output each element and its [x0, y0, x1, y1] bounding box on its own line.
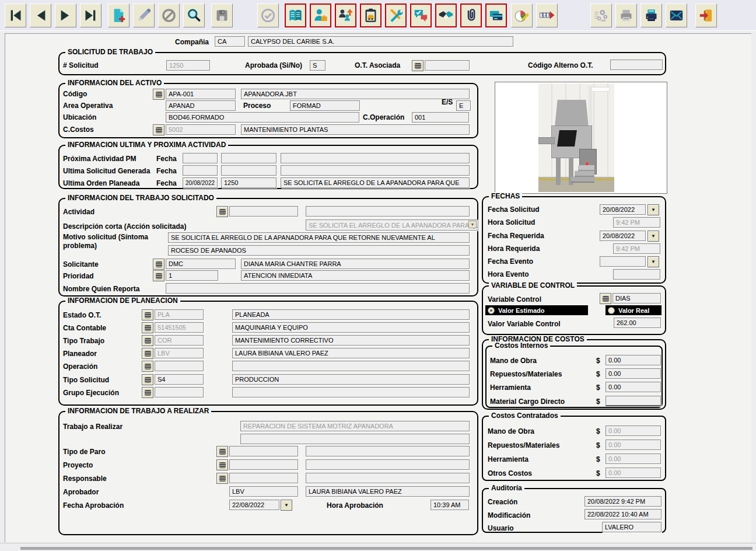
- herramienta-int-field[interactable]: 0.00: [606, 382, 661, 392]
- estado-ot-desc-field[interactable]: PLANEADA: [232, 309, 470, 320]
- estado-ot-lov-button[interactable]: [142, 309, 153, 320]
- hora-requerida-field[interactable]: 9:42 PM: [613, 243, 660, 254]
- aprobador-field[interactable]: LBV: [229, 486, 298, 497]
- area-operativa-field[interactable]: APANAD: [166, 100, 236, 111]
- tipo-trabajo-desc-field[interactable]: MANTENIMIENTO CORRECTIVO: [232, 335, 470, 346]
- cta-contable-lov-button[interactable]: [142, 322, 153, 333]
- tipo-paro-desc-field[interactable]: [306, 446, 470, 456]
- planeador-lov-button[interactable]: [142, 348, 153, 359]
- responsable-lov-button[interactable]: [216, 473, 228, 484]
- cta-contable-field[interactable]: 51451505: [155, 322, 204, 333]
- tipo-solicitud-lov-button[interactable]: [142, 374, 153, 385]
- proxima-fecha-field[interactable]: [183, 153, 218, 163]
- planeador-field[interactable]: LBV: [155, 348, 204, 358]
- c-costos-lov-button[interactable]: [153, 124, 164, 135]
- agreement-button[interactable]: [435, 4, 457, 27]
- tipo-solicitud-field[interactable]: S4: [155, 374, 204, 385]
- proceso-field[interactable]: FORMAD: [290, 100, 360, 111]
- tipo-paro-field[interactable]: [229, 446, 298, 456]
- employee-button[interactable]: [310, 4, 331, 27]
- tipo-solicitud-desc-field[interactable]: PRODUCCION: [232, 374, 470, 385]
- operacion-lov-button[interactable]: [142, 361, 153, 372]
- print-preview-button[interactable]: [615, 4, 637, 27]
- company-code-field[interactable]: CA: [215, 36, 245, 47]
- ot-asociada-lov-button[interactable]: [412, 60, 424, 71]
- repuestos-int-field[interactable]: 0.00: [606, 368, 661, 379]
- fecha-aprobacion-field[interactable]: 22/08/2022: [229, 500, 279, 510]
- tools-button[interactable]: [385, 4, 407, 27]
- prioridad-desc-field[interactable]: ATENCION INMEDIATA: [241, 270, 470, 281]
- aprobada-field[interactable]: S: [310, 60, 326, 71]
- ultima-orden-fecha-field[interactable]: 20/08/2022: [183, 177, 218, 188]
- ultima-orden-desc-field[interactable]: SE SOLICITA EL ARREGLO DE LA APANADORA P…: [281, 177, 470, 188]
- motivo-field-line2[interactable]: ROCESO DE APANADOS: [168, 245, 470, 256]
- grupo-ejecucion-field[interactable]: [155, 387, 204, 397]
- mano-obra-cont-field[interactable]: 0.00: [606, 426, 661, 436]
- ultima-solicitud-fecha-field[interactable]: [183, 165, 218, 176]
- proyecto-lov-button[interactable]: [216, 459, 228, 470]
- next-record-button[interactable]: [55, 4, 76, 27]
- last-record-button[interactable]: [80, 4, 102, 27]
- fecha-solicitud-dropdown[interactable]: ▼: [648, 204, 659, 215]
- proyecto-desc-field[interactable]: [306, 459, 470, 470]
- cancel-button[interactable]: [158, 4, 180, 27]
- horizontal-scrollbar[interactable]: [0, 543, 756, 551]
- codigo-field[interactable]: APA-001: [166, 89, 236, 99]
- ultima-orden-num-field[interactable]: 1250: [221, 177, 276, 188]
- payments-button[interactable]: [485, 4, 507, 27]
- trabajo-realizar-field-line2[interactable]: [240, 434, 470, 444]
- variable-control-field[interactable]: DIAS: [612, 293, 661, 304]
- fecha-solicitud-field[interactable]: 20/08/2022: [600, 204, 646, 215]
- solicitante-desc-field[interactable]: DIANA MARIA CHANTRE PARRA: [241, 259, 470, 269]
- solicitante-field[interactable]: DMC: [166, 259, 236, 269]
- fecha-evento-field[interactable]: [600, 256, 646, 267]
- variable-control-lov-button[interactable]: [600, 293, 611, 304]
- vehicle-order-button[interactable]: [360, 4, 382, 27]
- costs-button[interactable]: [511, 4, 533, 27]
- es-field[interactable]: E: [456, 100, 471, 111]
- responsable-desc-field[interactable]: [306, 473, 470, 483]
- actividad-lov-button[interactable]: [216, 206, 228, 217]
- descripcion-corta-combo[interactable]: SE SOLICITA EL ARREGLO DE LA APANADORA P…: [306, 219, 478, 231]
- operacion-field[interactable]: [155, 361, 204, 371]
- fecha-requerida-field[interactable]: 20/08/2022: [600, 231, 646, 241]
- codigo-alterno-field[interactable]: [610, 60, 663, 70]
- hora-evento-field[interactable]: [613, 269, 660, 280]
- edit-button[interactable]: [133, 4, 155, 27]
- print-button[interactable]: [640, 4, 662, 27]
- tipo-trabajo-field[interactable]: COR: [155, 335, 204, 346]
- messages-button[interactable]: [410, 4, 432, 27]
- search-button[interactable]: [183, 4, 205, 27]
- prioridad-field[interactable]: 1: [166, 270, 218, 281]
- hora-solicitud-field[interactable]: 9:42 PM: [613, 217, 660, 228]
- catalog-button[interactable]: [285, 4, 306, 27]
- first-record-button[interactable]: [5, 4, 26, 27]
- prioridad-lov-button[interactable]: [153, 270, 164, 281]
- mano-obra-int-field[interactable]: 0.00: [606, 355, 661, 365]
- attachments-button[interactable]: [460, 4, 482, 27]
- responsable-field[interactable]: [229, 473, 298, 483]
- valor-variable-field[interactable]: 262.00: [614, 318, 661, 328]
- ubicacion-field[interactable]: BOD46.FORMADO: [166, 112, 359, 123]
- c-costos-field[interactable]: 5002: [166, 124, 236, 135]
- hora-aprobacion-field[interactable]: 10:39 AM: [430, 500, 469, 510]
- grupo-ejecucion-desc-field[interactable]: [232, 387, 470, 397]
- cta-contable-desc-field[interactable]: MAQUINARIA Y EQUIPO: [232, 322, 470, 333]
- estado-ot-field[interactable]: PLA: [155, 309, 204, 320]
- exit-button[interactable]: [695, 4, 717, 27]
- proxima-desc-field[interactable]: [281, 153, 470, 163]
- company-name-field[interactable]: CALYPSO DEL CARIBE S.A.: [248, 36, 513, 47]
- actividad-desc-field[interactable]: [306, 206, 470, 217]
- operacion-desc-field[interactable]: [232, 361, 470, 371]
- previous-record-button[interactable]: [30, 4, 51, 27]
- material-cargo-field[interactable]: [606, 396, 661, 406]
- mail-button[interactable]: [666, 4, 687, 27]
- herramienta-cont-field[interactable]: 0.00: [606, 454, 661, 464]
- valor-real-radio[interactable]: Valor Real: [606, 305, 662, 315]
- fecha-requerida-dropdown[interactable]: ▼: [648, 231, 659, 242]
- process-settings-button[interactable]: [590, 4, 612, 27]
- proyecto-field[interactable]: [229, 459, 298, 470]
- codigo-lov-button[interactable]: [153, 89, 164, 100]
- grupo-ejecucion-lov-button[interactable]: [142, 387, 153, 398]
- codigo-desc-field[interactable]: APANADORA.JBT: [241, 89, 470, 99]
